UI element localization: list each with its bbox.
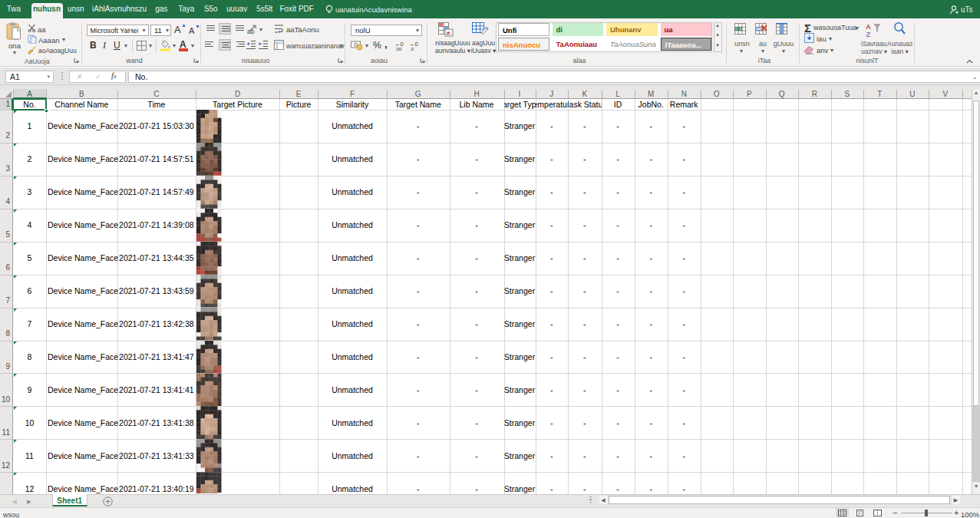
svg-text:ab: ab (247, 28, 255, 35)
svg-text:Z: Z (866, 30, 871, 38)
svg-text:A: A (866, 22, 871, 31)
svg-text:.0: .0 (410, 47, 414, 51)
svg-text:.00: .00 (395, 47, 402, 51)
svg-text:≠: ≠ (447, 30, 450, 37)
